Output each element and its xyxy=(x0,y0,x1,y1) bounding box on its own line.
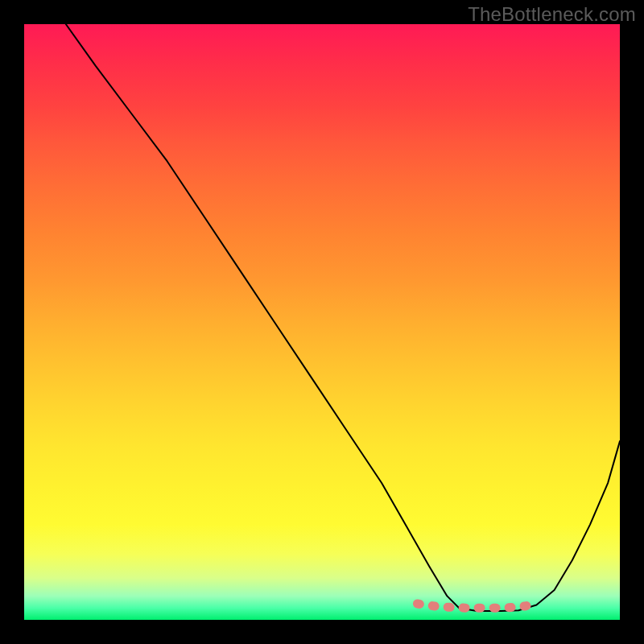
plot-area xyxy=(24,24,620,620)
black-curve xyxy=(66,24,620,611)
chart-lines xyxy=(24,24,620,620)
watermark-text: TheBottleneck.com xyxy=(468,3,636,26)
chart-frame: TheBottleneck.com xyxy=(0,0,644,644)
pink-flat-segment xyxy=(417,604,533,608)
